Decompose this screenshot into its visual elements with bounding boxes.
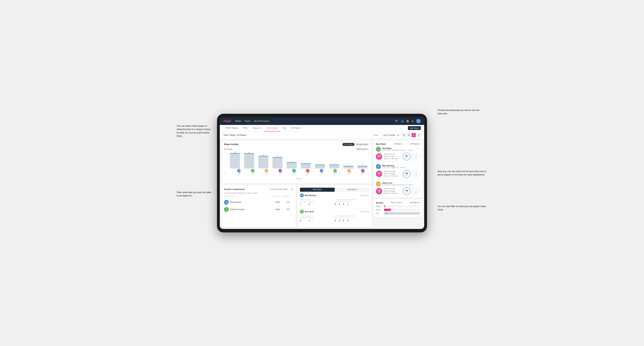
shot-avatar-3: DF [376, 181, 381, 186]
view-heart-icon[interactable]: ♥ [412, 133, 416, 137]
most-active-player-1: BM Blair McHarg 26 Aug 2023 Total Rounds [300, 193, 369, 206]
leaderboard-dropdown[interactable]: PUTT Must Make Putting ... [268, 188, 293, 191]
active-tabs: Most Active Least Active [300, 188, 369, 192]
sub-tab-tour[interactable]: Tour [280, 125, 289, 131]
sub-tab-pga[interactable]: PGA [241, 125, 250, 131]
nav-link-home[interactable]: Home [235, 120, 241, 122]
pb-score-2: 18/20 [272, 208, 283, 210]
sub-tab-team-clippd[interactable]: Team Clippd [264, 125, 280, 131]
practice-value-2: 4 [309, 220, 310, 222]
bar-highlight-9 [343, 166, 354, 166]
view-grid2-icon[interactable]: ⊞ [402, 133, 406, 137]
annotation-middle-right: Here you can see who's hit the best shot… [438, 170, 486, 176]
chevron-down-scoring-icon: ▾ [402, 202, 402, 204]
plus-circle-icon[interactable]: ⊕ [412, 120, 414, 123]
bars-wrapper: 13 12 [228, 152, 369, 180]
stat-group-practice-1: Total Practice Activities GTT 0 APP [335, 198, 369, 206]
bell-icon[interactable]: 🔔 [406, 120, 409, 123]
scoring-filter-label-2: All Players [410, 202, 418, 204]
view-grid4-icon[interactable]: ⊟ [407, 133, 411, 137]
least-active-tab[interactable]: Least Active [334, 188, 369, 192]
avatar-row: BM B. McHarg RB R. Britt [228, 169, 369, 174]
leaderboard-subtitle: PUTT Must Make Putting (3-6 ft), Last 3 … [224, 192, 293, 194]
shot-metric-2: 43 yds [403, 170, 410, 178]
nav-link-my-performance[interactable]: My Performance [254, 120, 269, 122]
bar-name-2: R. Britt [251, 172, 254, 175]
player-activity-panel: Player Activity On Course Practice Drill… [222, 141, 372, 183]
people-icon[interactable]: 👥 [401, 120, 404, 123]
shot-metric-zero-3: 0 yds [412, 187, 420, 195]
time-select[interactable]: Last 3 months Last 6 months Last year [381, 133, 400, 137]
bar-highlight-8 [329, 165, 339, 165]
shot-course-1: 09 Jun 2023 · Royal North Devon GC · Hol… [382, 149, 413, 151]
player-activity-title: Player Activity [224, 143, 238, 146]
bar-value-6: 4 [306, 162, 306, 163]
arg-value-1: 0 [343, 203, 344, 205]
shot-badge-num-3: 198 [377, 189, 381, 192]
bar-highlight-3 [258, 156, 268, 156]
shot-name-1: Matt Miller [382, 147, 413, 149]
sub-tab-hcaps[interactable]: Hcaps 1-5 [250, 125, 264, 131]
shot-metric-zero-num-1: 0 [416, 155, 417, 157]
avatar-mm: MM [334, 169, 337, 173]
scoring-filter-2[interactable]: All Players ▾ [410, 202, 420, 204]
leaderboard-row-2: EC 2 Edward Crossman 18/20 107 [224, 206, 293, 213]
most-active-tab[interactable]: Most Active [300, 188, 334, 192]
gtt-label: GTT [335, 201, 338, 202]
shot-metric-zero-unit-1: yds [415, 157, 417, 158]
shot-meta-3: Shot Dist: 16 yds Start Lie: Rough End L… [384, 188, 401, 194]
show-label: Show: [373, 134, 379, 136]
players-filter[interactable]: All Players ▾ [410, 143, 420, 145]
app-stat-2: APP 0 [339, 217, 342, 222]
bar-group-6: 4 [299, 152, 312, 169]
stat-group-rounds-2: Total Rounds Tournament 8 Practice [300, 215, 334, 223]
arg-label: ARG [343, 201, 346, 202]
bar-name-3: D. Ford [265, 172, 268, 175]
bar-name-8: M. Miller [334, 172, 337, 175]
player-activity-header: Player Activity On Course Practice Drill… [224, 143, 369, 146]
bar-highlight-5 [287, 162, 297, 163]
shot-chevron-1[interactable]: › [419, 148, 420, 151]
bar-groups: 13 12 [228, 152, 369, 169]
bar-avatar-10: LR L. Robertson [356, 169, 369, 174]
bar-7 [315, 165, 325, 168]
practice-drills-tab[interactable]: Practice Drills [355, 143, 369, 146]
scoring-bar-wrap-pars: 499 [384, 212, 420, 215]
scoring-title: Scoring [376, 202, 383, 204]
annotation-bottom-right: You can also filter to show just one pla… [438, 205, 486, 211]
annotation-top-left: You can select which player is doing the… [177, 124, 212, 138]
team-name: Team Clippd | 14 Players [223, 134, 246, 136]
shot-course-name-1: Royal North Devon GC [392, 149, 407, 151]
shot-player-info-3: DF David Ford 24 Aug 2023 · Royal North … [376, 181, 413, 186]
scoring-filter-1[interactable]: Par 3, 4 & 5s ▾ [391, 202, 402, 204]
sub-tab-all-players[interactable]: All Players [289, 125, 303, 131]
shot-details-3: 198 SG Shot Dist: 16 yds Start Lie: Roug… [376, 187, 420, 195]
user-avatar[interactable]: U [416, 119, 421, 123]
view-list-icon[interactable]: ≡ [416, 133, 421, 137]
chart-dropdown[interactable]: Total Rounds ▾ [355, 148, 369, 151]
tablet-shell: clippd Home Teams My Performance 🔍 👥 🔔 ⊕… [217, 114, 427, 232]
search-icon[interactable]: 🔍 [395, 120, 398, 123]
shot-chevron-2[interactable]: › [419, 165, 420, 168]
bar-1 [230, 153, 240, 169]
y-label-0: 0 [224, 173, 228, 174]
app-stat-1: APP 0 [339, 201, 342, 206]
scoring-row-eagles: Eagles 3 [376, 205, 420, 208]
sub-tab-pgat[interactable]: PGAT Players [223, 125, 241, 131]
shot-course-name-3: Royal North Devon GC [392, 184, 407, 186]
annotation-top-right: Choose the timescale you wish to see the… [438, 109, 483, 115]
nav-link-teams[interactable]: Teams [244, 120, 250, 122]
shot-badge-3: 198 SG [376, 188, 382, 194]
team-header: Team Clippd | 14 Players Show: Last 3 mo… [220, 132, 424, 139]
bar-8 [329, 165, 339, 168]
on-course-tab[interactable]: On Course [342, 143, 354, 146]
practice-activities-1: GTT 0 APP 0 [335, 201, 369, 206]
stat-group-rounds-1: Total Rounds Tournament 7 Practice [300, 198, 334, 206]
pb-avg-2: 107 [283, 208, 293, 210]
shots-filter[interactable]: All Shots ▾ [394, 143, 402, 145]
shot-metric-num-2: 43 [406, 172, 408, 174]
add-team-button[interactable]: Add Team [408, 126, 421, 130]
map-stats-2: Total Rounds Tournament 8 Practice [300, 215, 369, 223]
shot-chevron-3[interactable]: › [419, 182, 420, 185]
shot-player-row-3: DF David Ford 24 Aug 2023 · Royal North … [376, 181, 420, 186]
